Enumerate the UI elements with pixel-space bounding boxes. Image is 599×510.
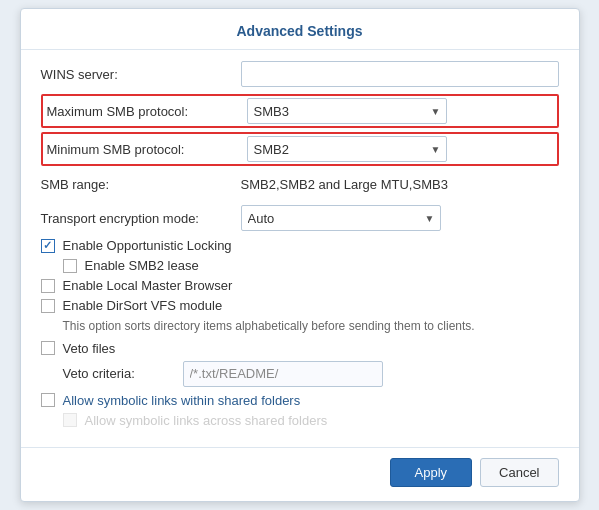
smb-range-label: SMB range:: [41, 177, 241, 192]
symbolic-links-shared-row: Allow symbolic links within shared folde…: [41, 393, 559, 408]
dialog-footer: Apply Cancel: [21, 447, 579, 501]
cancel-button[interactable]: Cancel: [480, 458, 558, 487]
veto-criteria-row: Veto criteria:: [41, 361, 559, 387]
symbolic-links-shared-label: Allow symbolic links within shared folde…: [63, 393, 301, 408]
symbolic-links-shared-checkbox[interactable]: [41, 393, 55, 407]
veto-files-label: Veto files: [63, 341, 116, 356]
min-smb-label: Minimum SMB protocol:: [47, 142, 247, 157]
smb2-lease-label: Enable SMB2 lease: [85, 258, 199, 273]
max-smb-select[interactable]: SMB1 SMB3: [247, 98, 447, 124]
smb-range-value: SMB2,SMB2 and Large MTU,SMB3: [241, 177, 448, 192]
dialog-title: Advanced Settings: [21, 9, 579, 50]
veto-files-checkbox[interactable]: [41, 341, 55, 355]
max-smb-protocol-row: Maximum SMB protocol: SMB1 SMB3: [41, 94, 559, 128]
min-smb-select-wrapper: SMB1 SMB2 SMB3: [247, 136, 447, 162]
wins-server-label: WINS server:: [41, 67, 241, 82]
local-master-browser-label: Enable Local Master Browser: [63, 278, 233, 293]
transport-encryption-select-wrapper: Auto Disabled Enabled Required: [241, 205, 441, 231]
transport-encryption-select[interactable]: Auto Disabled Enabled Required: [241, 205, 441, 231]
dirsort-vfs-row: Enable DirSort VFS module: [41, 298, 559, 313]
smb2-lease-row: Enable SMB2 lease: [41, 258, 559, 273]
local-master-browser-row: Enable Local Master Browser: [41, 278, 559, 293]
symbolic-links-across-checkbox[interactable]: [63, 413, 77, 427]
symbolic-links-across-label: Allow symbolic links across shared folde…: [85, 413, 328, 428]
veto-criteria-label: Veto criteria:: [63, 366, 183, 381]
symbolic-links-across-row: Allow symbolic links across shared folde…: [41, 413, 559, 428]
smb2-lease-checkbox[interactable]: [63, 259, 77, 273]
local-master-browser-checkbox[interactable]: [41, 279, 55, 293]
min-smb-select[interactable]: SMB1 SMB2 SMB3: [247, 136, 447, 162]
opportunistic-locking-row: Enable Opportunistic Locking: [41, 238, 559, 253]
wins-server-input[interactable]: [241, 61, 559, 87]
opportunistic-locking-label: Enable Opportunistic Locking: [63, 238, 232, 253]
dirsort-info: This option sorts directory items alphab…: [41, 318, 559, 335]
veto-criteria-input[interactable]: [183, 361, 383, 387]
max-smb-select-wrapper: SMB1 SMB3: [247, 98, 447, 124]
opportunistic-locking-checkbox[interactable]: [41, 239, 55, 253]
dirsort-vfs-label: Enable DirSort VFS module: [63, 298, 223, 313]
transport-encryption-label: Transport encryption mode:: [41, 211, 241, 226]
max-smb-label: Maximum SMB protocol:: [47, 104, 247, 119]
veto-files-row: Veto files: [41, 341, 559, 356]
apply-button[interactable]: Apply: [390, 458, 473, 487]
min-smb-protocol-row: Minimum SMB protocol: SMB1 SMB2 SMB3: [41, 132, 559, 166]
dirsort-vfs-checkbox[interactable]: [41, 299, 55, 313]
